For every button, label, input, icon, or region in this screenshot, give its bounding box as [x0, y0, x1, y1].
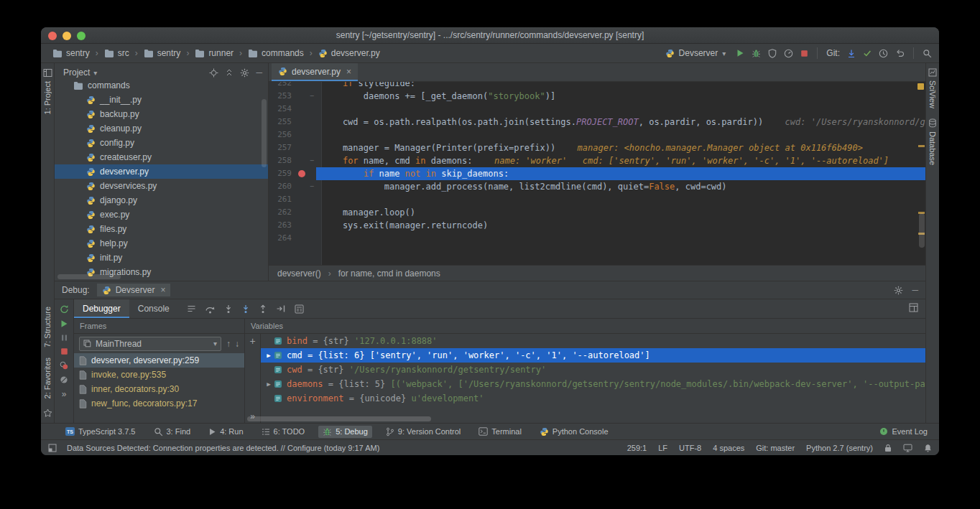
lock-icon[interactable] [884, 444, 892, 452]
expand-arrow-icon[interactable]: ▶ [264, 352, 274, 359]
tool-strip-button-sciview[interactable]: SciView [928, 63, 937, 113]
favorites-star-button[interactable] [43, 403, 52, 423]
toggle-tool-windows-icon[interactable] [48, 444, 57, 452]
code-line[interactable]: 264 [269, 232, 925, 245]
evaluate-icon[interactable] [295, 304, 304, 314]
add-watch-button[interactable]: + [249, 336, 255, 346]
project-tree-item[interactable]: devserver.py [55, 164, 268, 179]
project-tree-item[interactable]: devservices.py [55, 179, 268, 193]
profiler-icon[interactable] [784, 49, 793, 58]
locate-icon[interactable] [209, 68, 218, 78]
tool-strip-button-structure[interactable]: 7: Structure [43, 302, 52, 352]
project-tree-item[interactable]: config.py [55, 136, 268, 150]
coverage-icon[interactable] [768, 49, 777, 58]
close-icon[interactable]: × [160, 285, 165, 295]
editor[interactable]: 252 if styleguide:253− daemons += [_get_… [269, 82, 925, 265]
project-tree-item[interactable]: django.py [55, 193, 268, 207]
editor-breadcrumb-item[interactable]: for name, cmd in daemons [338, 268, 440, 279]
editor-breadcrumb-item[interactable]: devserver() [277, 268, 321, 279]
more-icon[interactable]: » [62, 390, 67, 398]
resume-icon[interactable] [60, 319, 68, 328]
variables-horizontal-scrollbar[interactable] [247, 416, 431, 421]
code-line[interactable]: 258− for name, cmd in daemons: name: 'wo… [269, 154, 925, 167]
code-line[interactable]: 257 manager = Manager(Printer(prefix=pre… [269, 141, 925, 154]
tool-window-button-event-log[interactable]: Event Log [875, 426, 932, 437]
code-line[interactable]: 256 [269, 129, 925, 141]
code-line[interactable]: 252 if styleguide: [269, 82, 925, 90]
pause-icon[interactable] [60, 334, 68, 342]
project-tree-item[interactable]: createuser.py [55, 150, 268, 164]
status-item-utf-8[interactable]: UTF-8 [679, 444, 701, 452]
monitor-icon[interactable] [903, 444, 912, 452]
collapse-all-icon[interactable] [225, 68, 234, 77]
project-tree-item[interactable]: exec.py [55, 207, 268, 222]
stack-frame-item[interactable]: invoke, core.py:535 [74, 368, 244, 382]
tool-strip-button-project[interactable]: 1: Project [43, 63, 52, 119]
variable-item-cwd[interactable]: cwd = {str} '/Users/ryanskonnord/getsent… [261, 363, 925, 377]
inspection-indicator-icon[interactable] [917, 83, 924, 90]
status-item-lf[interactable]: LF [658, 444, 667, 452]
mute-breakpoints-icon[interactable] [60, 375, 68, 384]
project-tree-item[interactable]: backup.py [55, 107, 268, 121]
tab-debugger[interactable]: Debugger [74, 299, 129, 318]
status-item-python-2-7-sentry[interactable]: Python 2.7 (sentry) [806, 444, 873, 452]
tool-window-button-6-todo[interactable]: 6: TODO [257, 426, 310, 437]
project-tree-item[interactable]: commands [55, 78, 268, 93]
stop-square-icon[interactable] [60, 347, 68, 355]
search-icon[interactable] [923, 49, 932, 58]
chevron-down-icon[interactable]: ▾ [93, 69, 97, 77]
tool-strip-button-database[interactable]: Database [928, 113, 937, 170]
project-vertical-scrollbar[interactable] [262, 99, 267, 167]
git-update-icon[interactable] [847, 49, 856, 58]
run-icon[interactable] [736, 49, 744, 57]
code-line[interactable]: 261 [269, 193, 925, 206]
variable-item-environment[interactable]: environment = {unicode} u'development' [261, 391, 925, 406]
tool-window-button-5-debug[interactable]: 5: Debug [318, 426, 372, 438]
view-breakpoints-icon[interactable] [60, 361, 68, 370]
code-area[interactable]: 252 if styleguide:253− daemons += [_get_… [269, 82, 925, 265]
stack-frame-item[interactable]: devserver, devserver.py:259 [74, 353, 244, 368]
project-tree-item[interactable]: __init__.py [55, 93, 268, 107]
editor-scrollbar[interactable] [919, 213, 925, 248]
git-commit-icon[interactable] [863, 49, 872, 57]
project-tree-item[interactable]: help.py [55, 236, 268, 251]
tool-window-button-4-run[interactable]: 4: Run [204, 426, 247, 437]
project-tree-item[interactable]: files.py [55, 222, 268, 236]
code-line[interactable]: 254 [269, 103, 925, 116]
error-stripe-mark[interactable] [918, 145, 925, 147]
stack-frame-item[interactable]: inner, decorators.py:30 [74, 382, 244, 396]
variable-item-cmd[interactable]: ▶cmd = {list: 6} ['sentry', 'run', 'work… [261, 348, 925, 363]
code-line[interactable]: 253− daemons += [_get_daemon("storybook"… [269, 90, 925, 103]
gear-icon[interactable] [894, 286, 903, 295]
titlebar[interactable]: sentry [~/getsentry/sentry] - .../src/se… [41, 27, 939, 44]
tab-console[interactable]: Console [129, 299, 178, 318]
tool-strip-button-favorites[interactable]: 2: Favorites [43, 352, 52, 403]
step-over-icon[interactable] [205, 304, 216, 314]
code-line[interactable]: 260− manager.add_process(name, list2cmdl… [269, 180, 925, 193]
variable-item-bind[interactable]: bind = {str} '127.0.0.1:8888' [261, 334, 925, 348]
show-layout-icon[interactable] [187, 304, 196, 313]
code-line[interactable]: 263 sys.exit(manager.returncode) [269, 219, 925, 232]
debug-session-tab[interactable]: Devserver× [97, 284, 171, 296]
breadcrumb-item-sentry[interactable]: sentry [142, 47, 182, 59]
thread-selector[interactable]: MainThread▾ [79, 337, 221, 351]
status-item-259-1[interactable]: 259:1 [627, 444, 647, 452]
tool-window-button-python-console[interactable]: Python Console [535, 426, 613, 438]
project-tree-item[interactable]: cleanup.py [55, 121, 268, 136]
debug-bug-icon[interactable] [752, 49, 761, 58]
history-icon[interactable] [879, 49, 888, 58]
tool-window-button-terminal[interactable]: Terminal [474, 426, 526, 437]
expand-arrow-icon[interactable]: ▶ [264, 380, 274, 388]
force-step-into-icon[interactable] [241, 304, 250, 314]
zoom-window-button[interactable] [77, 32, 85, 40]
run-config-selector[interactable]: Devserver▾ [662, 47, 729, 60]
project-panel-title[interactable]: Project [63, 67, 90, 78]
breadcrumb-item-sentry[interactable]: sentry [51, 47, 91, 59]
up-icon[interactable]: ↑ [226, 340, 231, 348]
hide-icon[interactable]: ─ [912, 286, 918, 294]
bell-icon[interactable] [924, 444, 932, 452]
code-line[interactable]: 259 if name not in skip_daemons: [269, 167, 925, 180]
close-window-button[interactable] [48, 32, 57, 40]
project-horizontal-scrollbar[interactable] [57, 274, 121, 279]
breadcrumb-item-runner[interactable]: runner [193, 47, 235, 59]
